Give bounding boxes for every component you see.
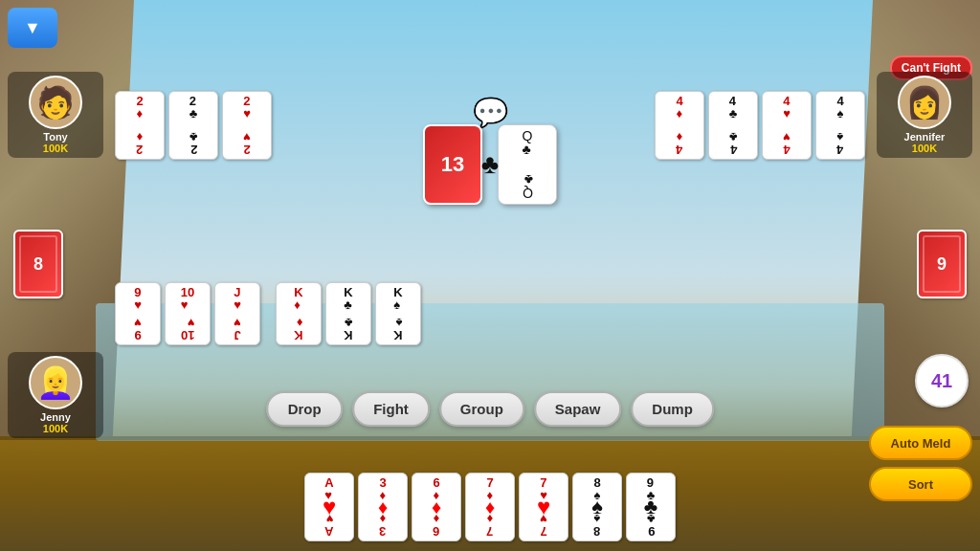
player-chips-tony: 100K xyxy=(43,143,68,154)
hand-area: A♥ ♥ A♥ 3♦ ♦ 3♦ 6♦ ♦ 6♦ 7♦ ♦ 7♦ 7♥ ♥ 7♥ xyxy=(304,473,676,541)
hand-card-9c[interactable]: 9♣ ♣ 9♣ xyxy=(626,473,676,541)
player-chips-jenny: 100K xyxy=(43,423,68,434)
player-chips-jennifer: 100K xyxy=(912,143,937,154)
avatar-jennifer: 👩 xyxy=(898,76,951,129)
player-panel-tony: 🧑 Tony 100K xyxy=(8,72,103,158)
middle-card-ks[interactable]: K♠ K♠ xyxy=(375,282,421,345)
hand-card-3d[interactable]: 3♦ ♦ 3♦ xyxy=(358,473,408,541)
middle-card-9h[interactable]: 9♥ 9♥ xyxy=(115,282,161,345)
jennifer-card-3: 4♥ 4♥ xyxy=(762,91,812,160)
hand-card-7h[interactable]: 7♥ ♥ 7♥ xyxy=(519,473,568,541)
auto-meld-button[interactable]: Auto Meld xyxy=(869,426,972,460)
avatar-tony: 🧑 xyxy=(29,76,82,129)
center-card-13[interactable]: 13 xyxy=(423,124,482,205)
tony-card-1: 2♦ 2♦ xyxy=(115,91,165,160)
action-buttons: Drop Fight Group Sapaw Dump xyxy=(266,391,714,427)
fight-button[interactable]: Fight xyxy=(352,391,430,427)
tony-card-2: 2♣ 2♣ xyxy=(168,91,218,160)
middle-card-jh[interactable]: J♥ J♥ xyxy=(214,282,260,345)
player-panel-jenny: 👱‍♀️ Jenny 100K xyxy=(8,352,103,438)
sort-button[interactable]: Sort xyxy=(869,467,972,501)
game-area: Can't Fight 🧑 Tony 100K 👱‍♀️ Jenny 100K … xyxy=(0,0,980,551)
jennifer-card-1: 4♦ 4♦ xyxy=(655,91,704,160)
dump-button[interactable]: Dump xyxy=(631,391,714,427)
hand-card-8s[interactable]: 8♠ ♠ 8♠ xyxy=(572,473,622,541)
tony-card-3: 2♥ 2♥ xyxy=(222,91,272,160)
middle-cards: 9♥ 9♥ 10♥ 10♥ J♥ J♥ K♦ K♦ K♣ K♣ K♠ K♠ xyxy=(115,282,421,345)
dropdown-button[interactable] xyxy=(8,8,57,48)
tony-hand-card: 8 xyxy=(13,230,63,298)
jennifer-card-2: 4♣ 4♣ xyxy=(708,91,758,160)
player-panel-jennifer: 👩 Jennifer 100K xyxy=(877,72,972,158)
center-area: 13 Q♣ ♣ Q♣ xyxy=(423,124,557,205)
hand-card-ah[interactable]: A♥ ♥ A♥ xyxy=(304,473,354,541)
center-card-queen[interactable]: Q♣ ♣ Q♣ xyxy=(498,124,557,205)
middle-card-kc[interactable]: K♣ K♣ xyxy=(325,282,371,345)
player-name-jennifer: Jennifer xyxy=(904,131,946,143)
avatar-jenny: 👱‍♀️ xyxy=(29,356,82,409)
score-badge: 41 xyxy=(915,354,969,408)
player-name-jenny: Jenny xyxy=(40,411,71,423)
tony-cards: 2♦ 2♦ 2♣ 2♣ 2♥ 2♥ xyxy=(115,91,272,160)
jennifer-cards: 4♦ 4♦ 4♣ 4♣ 4♥ 4♥ 4♠ 4♠ xyxy=(655,91,865,160)
jennifer-hand-card: 9 xyxy=(917,230,967,298)
hand-card-6d[interactable]: 6♦ ♦ 6♦ xyxy=(412,473,461,541)
player-name-tony: Tony xyxy=(43,131,67,143)
group-button[interactable]: Group xyxy=(439,391,524,427)
middle-card-kd[interactable]: K♦ K♦ xyxy=(276,282,322,345)
drop-button[interactable]: Drop xyxy=(266,391,343,427)
sapaw-button[interactable]: Sapaw xyxy=(534,391,622,427)
jennifer-card-4: 4♠ 4♠ xyxy=(815,91,865,160)
middle-card-10h[interactable]: 10♥ 10♥ xyxy=(165,282,211,345)
hand-card-7d[interactable]: 7♦ ♦ 7♦ xyxy=(465,473,515,541)
